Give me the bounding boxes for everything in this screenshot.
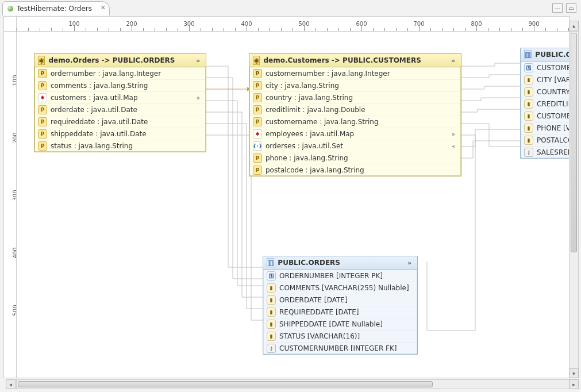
col-icon: ▮	[524, 112, 533, 121]
field-label: customername : java.lang.String	[266, 118, 379, 126]
scroll-up-icon[interactable]: ▴	[569, 21, 579, 30]
entity-header[interactable]: ▥ PUBLIC.ORDERS »	[263, 256, 417, 270]
entity-field-row[interactable]: Porderdate : java.util.Date	[34, 103, 206, 116]
field-label: employees : java.util.Map	[266, 130, 354, 138]
entity-field-row[interactable]: ✱employees : java.util.Map»	[249, 128, 461, 140]
entity-field-row[interactable]: ▮SHIPPEDDATE [DATE Nullable]	[263, 318, 417, 330]
col-icon: ▮	[524, 99, 533, 109]
entity-field-row[interactable]: Pstatus : java.lang.String	[34, 140, 206, 152]
p-icon: P	[253, 153, 262, 163]
entity-public-orders[interactable]: ▥ PUBLIC.ORDERS » ⚿ORDERNUMBER [INTEGER …	[263, 256, 418, 355]
ruler-vertical[interactable]: 100200300400500	[3, 31, 17, 378]
field-label: POSTALCO	[537, 136, 570, 144]
field-label: requireddate : java.util.Date	[51, 118, 148, 126]
entity-field-row[interactable]: ⚷CUSTOMERNUMBER [INTEGER FK]	[263, 342, 417, 354]
p-icon: P	[253, 166, 262, 175]
close-tab-icon[interactable]: ✕	[101, 4, 106, 11]
entity-header[interactable]: ◉ demo.Customers -> PUBLIC.CUSTOMERS »	[249, 54, 461, 67]
entity-field-row[interactable]: Prequireddate : java.util.Date	[34, 116, 206, 128]
entity-field-row[interactable]: ▮ORDERDATE [DATE]	[263, 294, 417, 306]
collapse-icon[interactable]: »	[194, 57, 202, 64]
entity-field-row[interactable]: ▮COMMENTS [VARCHAR(255) Nullable]	[263, 282, 417, 294]
field-label: orderdate : java.util.Date	[51, 106, 137, 114]
entity-field-row[interactable]: Pcustomernumber : java.lang.Integer	[249, 67, 461, 79]
field-label: COMMENTS [VARCHAR(255) Nullable]	[279, 284, 409, 292]
scroll-down-icon[interactable]: ▾	[569, 368, 579, 378]
col-icon: ▮	[267, 295, 276, 305]
maximize-icon[interactable]: ▭	[566, 3, 576, 13]
entity-field-row[interactable]: ⚿ORDERNUMBER [INTEGER PK]	[263, 270, 417, 282]
entity-field-row[interactable]: ▮COUNTRY	[521, 86, 570, 98]
field-label: PHONE [V	[537, 124, 570, 132]
ruler-horizontal[interactable]: 100200300400500600700800900	[16, 16, 570, 32]
field-label: creditlimit : java.lang.Double	[266, 106, 365, 114]
entity-field-row[interactable]: ▮REQUIREDDATE [DATE]	[263, 306, 417, 318]
p-icon: P	[38, 129, 47, 139]
field-label: STATUS [VARCHAR(16)]	[279, 332, 360, 340]
entity-demo-customers[interactable]: ◉ demo.Customers -> PUBLIC.CUSTOMERS » P…	[249, 53, 461, 176]
field-label: status : java.lang.String	[51, 142, 133, 150]
tab-controls: — ▭	[552, 3, 576, 13]
rel-icon: ✱	[253, 129, 262, 139]
entity-field-row[interactable]: ▮CUSTOME	[521, 110, 570, 122]
field-label: shippeddate : java.util.Date	[51, 130, 147, 138]
field-label: ORDERDATE [DATE]	[279, 296, 348, 304]
entity-field-row[interactable]: ▮STATUS [VARCHAR(16)]	[263, 330, 417, 342]
entity-field-row[interactable]: {·}orderses : java.util.Set«	[249, 140, 461, 152]
field-label: ordernumber : java.lang.Integer	[51, 70, 161, 78]
field-label: comments : java.lang.String	[51, 82, 148, 90]
entity-field-row[interactable]: Ppostalcode : java.lang.String	[249, 164, 461, 176]
entity-field-row[interactable]: ▮CREDITLIM	[521, 98, 570, 110]
entity-field-row[interactable]: Pordernumber : java.lang.Integer	[34, 67, 206, 79]
p-icon: P	[38, 105, 47, 114]
collapse-icon[interactable]: »	[449, 57, 457, 64]
expand-icon[interactable]: »	[194, 95, 202, 101]
diagram-canvas[interactable]: ◉ demo.Orders -> PUBLIC.ORDERS » Pordern…	[16, 31, 570, 378]
expand-icon[interactable]: «	[449, 143, 457, 149]
field-label: orderses : java.util.Set	[266, 142, 343, 150]
expand-icon[interactable]: »	[449, 131, 457, 137]
entity-demo-orders[interactable]: ◉ demo.Orders -> PUBLIC.ORDERS » Pordern…	[34, 53, 206, 152]
entity-field-row[interactable]: ▮PHONE [V	[521, 122, 570, 134]
field-label: city : java.lang.String	[266, 82, 339, 90]
table-icon: ▥	[524, 50, 532, 59]
field-label: CUSTOME	[537, 64, 570, 72]
editor-tab[interactable]: TestHibernate: Orders ✕	[2, 1, 110, 16]
field-label: SHIPPEDDATE [DATE Nullable]	[279, 320, 383, 328]
entity-field-row[interactable]: Pcustomername : java.lang.String	[249, 116, 461, 128]
field-label: customernumber : java.lang.Integer	[266, 70, 390, 78]
entity-header[interactable]: ▥ PUBLIC.C	[521, 48, 570, 62]
class-icon: ◉	[253, 56, 260, 65]
entity-field-row[interactable]: ⚷SALESREP	[521, 146, 570, 158]
fk-icon: ⚷	[267, 344, 276, 353]
vertical-scrollbar[interactable]	[569, 31, 579, 378]
minimize-icon[interactable]: —	[552, 3, 563, 13]
col-icon: ▮	[267, 283, 276, 293]
scroll-right-icon[interactable]: ▸	[569, 379, 579, 389]
field-label: COUNTRY	[537, 88, 570, 96]
entity-field-row[interactable]: ⚿CUSTOME	[521, 62, 570, 74]
entity-public-customers[interactable]: ▥ PUBLIC.C ⚿CUSTOME▮CITY [VARC▮COUNTRY▮C…	[520, 48, 570, 159]
entity-field-row[interactable]: Pcountry : java.lang.String	[249, 91, 461, 103]
entity-field-row[interactable]: Pcity : java.lang.String	[249, 79, 461, 91]
entity-field-row[interactable]: Pcomments : java.lang.String	[34, 79, 206, 91]
p-icon: P	[38, 141, 47, 151]
entity-field-row[interactable]: Pshippeddate : java.util.Date	[34, 128, 206, 140]
field-label: country : java.lang.String	[266, 94, 353, 102]
ruler-corner	[3, 16, 17, 32]
p-icon: P	[38, 117, 47, 126]
entity-header[interactable]: ◉ demo.Orders -> PUBLIC.ORDERS »	[34, 54, 206, 67]
scrollbar-thumb[interactable]	[571, 33, 577, 252]
collapse-icon[interactable]: »	[406, 260, 414, 266]
scrollbar-thumb[interactable]	[18, 381, 433, 387]
p-icon: P	[38, 81, 47, 90]
field-label: phone : java.lang.String	[266, 154, 348, 162]
entity-field-row[interactable]: Pcreditlimit : java.lang.Double	[249, 103, 461, 116]
entity-field-row[interactable]: Pphone : java.lang.String	[249, 152, 461, 164]
entity-field-row[interactable]: ✱customers : java.util.Map»	[34, 91, 206, 103]
entity-field-row[interactable]: ▮POSTALCO	[521, 134, 570, 146]
scroll-left-icon[interactable]: ◂	[6, 379, 16, 389]
horizontal-scrollbar[interactable]	[16, 379, 570, 389]
field-label: REQUIREDDATE [DATE]	[279, 308, 359, 316]
entity-field-row[interactable]: ▮CITY [VARC	[521, 74, 570, 86]
